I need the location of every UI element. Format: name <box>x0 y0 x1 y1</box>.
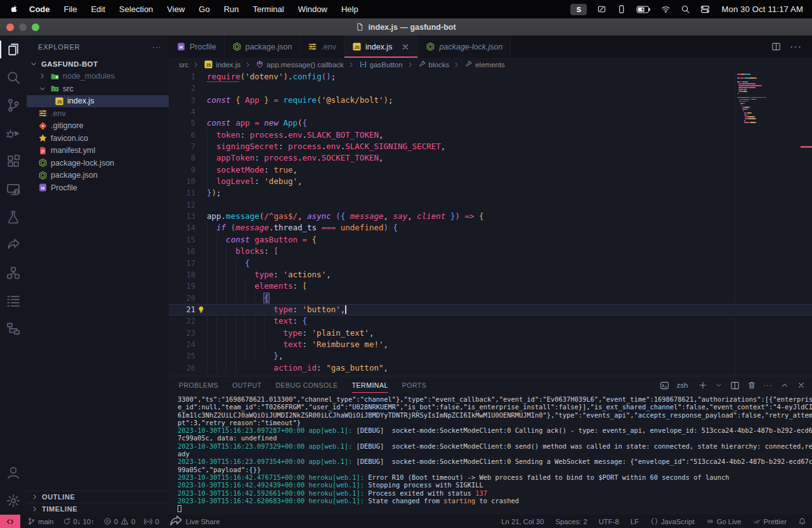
tree-item-gasfund-bot[interactable]: GASFUND-BOT <box>27 58 169 70</box>
tab-index-js[interactable]: JSindex.js <box>344 36 418 58</box>
input-source-icon[interactable] <box>597 4 606 14</box>
menu-item-selection[interactable]: Selection <box>112 4 160 14</box>
status-git-branch[interactable]: main <box>23 515 58 528</box>
kill-terminal-icon[interactable] <box>747 381 756 390</box>
status-go-live[interactable]: Go Live <box>700 515 747 528</box>
menu-item-terminal[interactable]: Terminal <box>246 4 291 14</box>
more-actions-icon[interactable]: ··· <box>790 41 802 53</box>
sidebar-more-actions-icon[interactable]: ··· <box>152 43 161 51</box>
menu-clock[interactable]: Mon 30 Oct 11:17 AM <box>721 4 803 14</box>
tab-procfile[interactable]: HProcfile <box>169 36 225 58</box>
breadcrumb-src[interactable]: src <box>179 61 188 69</box>
menu-item-file[interactable]: File <box>57 4 84 14</box>
sidebar-section-outline[interactable]: OUTLINE <box>27 491 169 503</box>
text-cursor <box>345 305 346 315</box>
tree-item-favicon-ico[interactable]: favicon.ico <box>27 132 169 145</box>
control-center-icon[interactable] <box>700 4 710 14</box>
activity-source-control[interactable] <box>0 91 27 119</box>
breadcrumb-blocks[interactable]: blocks <box>418 60 450 69</box>
new-terminal-icon[interactable] <box>698 381 707 390</box>
menu-item-run[interactable]: Run <box>217 4 246 14</box>
shell-label[interactable]: zsh <box>677 381 688 389</box>
panel-more-icon[interactable]: ··· <box>764 381 773 389</box>
menu-item-view[interactable]: View <box>160 4 192 14</box>
panel-tab-ports[interactable]: PORTS <box>402 378 426 393</box>
activity-containers[interactable] <box>0 259 27 287</box>
activity-account[interactable] <box>0 459 27 487</box>
terminal-output[interactable]: 3300","ts":"1698678621.013300","channel_… <box>169 394 812 515</box>
close-panel-icon[interactable] <box>797 381 806 390</box>
tree-item-procfile[interactable]: HProcfile <box>27 182 169 194</box>
battery-icon[interactable] <box>636 6 651 13</box>
tree-item-package-json[interactable]: package.json <box>27 169 169 182</box>
spotlight-icon[interactable] <box>681 4 690 14</box>
code-token: { <box>264 293 269 303</box>
menu-item-window[interactable]: Window <box>291 4 334 14</box>
activity-testing[interactable] <box>0 203 27 231</box>
status-encoding[interactable]: UTF-8 <box>593 515 625 528</box>
terminal-dropdown-icon[interactable] <box>715 381 723 389</box>
npm-file-icon <box>426 42 435 51</box>
status-git-sync[interactable]: 0↓ 10↑ <box>58 515 99 528</box>
panel-tab-output[interactable]: OUTPUT <box>232 378 261 393</box>
tree-item-package-lock-json[interactable]: package-lock.json <box>27 157 169 169</box>
menu-item-go[interactable]: Go <box>192 4 216 14</box>
activity-explorer[interactable] <box>0 36 27 63</box>
activity-hierarchy[interactable] <box>0 315 27 343</box>
status-prettier[interactable]: Prettier <box>747 515 792 528</box>
activity-search[interactable] <box>0 63 27 91</box>
status-cursor-position[interactable]: Ln 21, Col 30 <box>495 515 549 528</box>
apple-menu-icon[interactable] <box>9 4 18 14</box>
lightbulb-icon[interactable] <box>197 305 206 314</box>
status-notifications[interactable] <box>792 515 812 528</box>
tree-item-node-modules[interactable]: node_modules <box>27 70 169 83</box>
terminal-token: 137 <box>475 489 487 497</box>
display-icon[interactable] <box>617 4 626 14</box>
status-live-share[interactable]: Live Share <box>164 515 225 528</box>
status-language-mode[interactable]: JavaScript <box>645 515 700 528</box>
panel-tab-problems[interactable]: PROBLEMS <box>179 378 218 393</box>
tree-item--gitignore[interactable]: .gitignore <box>27 120 169 133</box>
panel-tab-terminal[interactable]: TERMINAL <box>352 378 388 393</box>
maximize-panel-icon[interactable] <box>780 381 789 390</box>
tab-package-lock-json[interactable]: package-lock.json <box>418 36 511 58</box>
slack-menubar-icon[interactable]: S <box>570 4 587 15</box>
breadcrumb-gasbutton[interactable]: gasButton <box>359 60 403 69</box>
panel-tab-debug-console[interactable]: DEBUG CONSOLE <box>276 378 338 393</box>
activity-extensions[interactable] <box>0 147 27 175</box>
tab--env[interactable]: .env <box>300 36 344 58</box>
activity-settings[interactable] <box>0 487 27 515</box>
status-remote-indicator[interactable] <box>0 515 20 528</box>
tree-item-index-js[interactable]: JSindex.js <box>27 95 169 108</box>
menu-item-help[interactable]: Help <box>334 4 365 14</box>
close-tab-icon[interactable] <box>401 43 410 51</box>
breadcrumb-elements[interactable]: elements <box>464 60 505 69</box>
sidebar-section-timeline[interactable]: TIMELINE <box>27 503 169 515</box>
tree-item-manifest-yml[interactable]: manifest.yml <box>27 145 169 157</box>
menu-item-edit[interactable]: Edit <box>84 4 112 14</box>
wifi-icon[interactable] <box>661 4 671 14</box>
activity-remote-explorer[interactable] <box>0 175 27 203</box>
status-indentation[interactable]: Spaces: 2 <box>549 515 593 528</box>
code-editor[interactable]: 1require('dotenv').config();23const { Ap… <box>169 71 812 376</box>
minimap-line <box>740 81 742 82</box>
status-eol[interactable]: LF <box>625 515 645 528</box>
split-editor-icon[interactable] <box>771 42 781 51</box>
split-terminal-icon[interactable] <box>730 381 740 390</box>
tab-package-json[interactable]: package.json <box>225 36 301 58</box>
minimap-line <box>747 83 755 84</box>
code-token: 'button' <box>303 305 341 314</box>
status-ports[interactable]: 0 <box>140 515 163 528</box>
tree-item--env[interactable]: .env <box>27 107 169 120</box>
breadcrumb-index-js[interactable]: JSindex.js <box>204 60 240 69</box>
tree-item-src[interactable]: src <box>27 82 169 95</box>
code-token <box>207 235 226 244</box>
activity-run-and-debug[interactable] <box>0 119 27 147</box>
breadcrumbs: srcJSindex.jsapp.message() callbackgasBu… <box>169 58 812 71</box>
tab-label: package.json <box>246 43 292 51</box>
status-problems[interactable]: 00 <box>99 515 140 528</box>
activity-todo-list[interactable] <box>0 287 27 315</box>
menu-item-code[interactable]: Code <box>22 4 57 14</box>
breadcrumb-app-message-callback[interactable]: app.message() callback <box>256 60 343 69</box>
activity-live-share[interactable] <box>0 231 27 259</box>
